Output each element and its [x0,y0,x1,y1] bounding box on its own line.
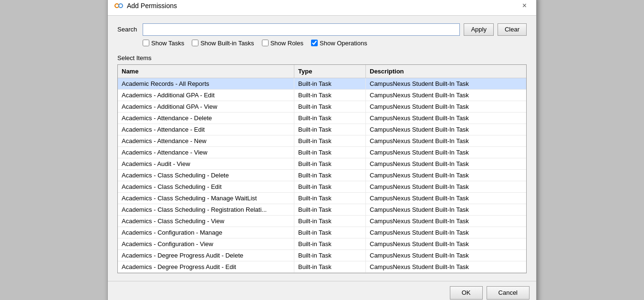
show-builtin-tasks-label: Show Built-in Tasks [200,40,254,47]
show-tasks-label: Show Tasks [151,40,184,47]
cell-name: Academics - Attendance - Edit [118,124,294,135]
cell-type: Built-in Task [294,124,366,135]
cancel-button[interactable]: Cancel [487,286,530,300]
cell-description: CampusNexus Student Built-In Task [366,250,526,261]
search-input[interactable] [143,23,460,36]
close-button[interactable]: × [519,1,530,10]
table-row[interactable]: Academic Records - All ReportsBuilt-in T… [118,78,526,90]
cell-type: Built-in Task [294,181,366,192]
column-type: Type [294,65,366,78]
table-row[interactable]: Academics - Additional GPA - ViewBuilt-i… [118,101,526,113]
table-row[interactable]: Academics - Class Scheduling - EditBuilt… [118,181,526,193]
cell-type: Built-in Task [294,193,366,204]
cell-type: Built-in Task [294,261,366,272]
cell-type: Built-in Task [294,147,366,158]
cell-name: Academics - Attendance - New [118,135,294,146]
show-roles-label: Show Roles [270,40,303,47]
cell-description: CampusNexus Student Built-In Task [366,135,526,146]
cell-description: CampusNexus Student Built-In Task [366,227,526,238]
table-body: Academic Records - All ReportsBuilt-in T… [118,78,526,273]
cell-type: Built-in Task [294,204,366,215]
permissions-table: Name Type Description Academic Records -… [117,64,527,273]
apply-button[interactable]: Apply [464,23,494,36]
cell-name: Academics - Configuration - Manage [118,227,294,238]
cell-name: Academics - Degree Progress Audit - Edit [118,261,294,272]
show-roles-input[interactable] [262,40,269,46]
cell-name: Academics - Class Scheduling - View [118,216,294,227]
table-row[interactable]: Academics - Class Scheduling - DeleteBui… [118,170,526,181]
cell-type: Built-in Task [294,135,366,146]
dialog-title: Add Permissions [127,2,177,10]
cell-description: CampusNexus Student Built-In Task [366,124,526,135]
cell-description: CampusNexus Student Built-In Task [366,238,526,249]
svg-point-0 [115,4,119,8]
show-operations-label: Show Operations [320,40,367,47]
cell-name: Academics - Class Scheduling - Delete [118,170,294,181]
search-row: Search Apply Clear [117,23,527,36]
cell-description: CampusNexus Student Built-In Task [366,113,526,124]
table-row[interactable]: Academics - Attendance - DeleteBuilt-in … [118,113,526,124]
cell-name: Academics - Additional GPA - View [118,101,294,112]
add-permissions-dialog: Add Permissions × Search Apply Clear Sho… [107,0,537,300]
table-row[interactable]: Academics - Attendance - NewBuilt-in Tas… [118,135,526,147]
search-label: Search [117,26,139,33]
table-header: Name Type Description [118,65,526,78]
table-row[interactable]: Academics - Attendance - ViewBuilt-in Ta… [118,147,526,158]
column-description: Description [366,65,526,78]
show-roles-checkbox[interactable]: Show Roles [262,40,303,47]
show-operations-checkbox[interactable]: Show Operations [311,40,367,47]
table-row[interactable]: Academics - Class Scheduling - Manage Wa… [118,193,526,204]
table-row[interactable]: Academics - Degree Progress Audit - Dele… [118,250,526,261]
cell-name: Academics - Configuration - View [118,238,294,249]
cell-name: Academics - Class Scheduling - Registrat… [118,204,294,215]
cell-type: Built-in Task [294,250,366,261]
table-row[interactable]: Academics - Class Scheduling - Registrat… [118,204,526,216]
cell-type: Built-in Task [294,170,366,181]
cell-description: CampusNexus Student Built-In Task [366,170,526,181]
show-tasks-input[interactable] [143,40,149,46]
show-tasks-checkbox[interactable]: Show Tasks [143,40,184,47]
table-row[interactable]: Academics - Class Scheduling - ViewBuilt… [118,216,526,227]
cell-type: Built-in Task [294,90,366,101]
cell-type: Built-in Task [294,238,366,249]
cell-type: Built-in Task [294,113,366,124]
cell-name: Academics - Class Scheduling - Edit [118,181,294,192]
cell-name: Academics - Attendance - Delete [118,113,294,124]
table-row[interactable]: Academics - Attendance - EditBuilt-in Ta… [118,124,526,135]
cell-description: CampusNexus Student Built-In Task [366,78,526,89]
cell-name: Academics - Additional GPA - Edit [118,90,294,101]
app-icon [114,1,123,10]
cell-name: Academic Records - All Reports [118,78,294,89]
select-items-label: Select Items [117,54,527,62]
cell-name: Academics - Class Scheduling - Manage Wa… [118,193,294,204]
title-bar: Add Permissions × [108,0,536,16]
cell-type: Built-in Task [294,101,366,112]
table-row[interactable]: Academics - Configuration - ManageBuilt-… [118,227,526,238]
ok-button[interactable]: OK [450,286,483,300]
title-bar-left: Add Permissions [114,1,177,10]
cell-name: Academics - Audit - View [118,158,294,169]
dialog-body: Search Apply Clear Show Tasks Show Built… [108,16,536,281]
show-builtin-tasks-input[interactable] [192,40,198,46]
show-operations-input[interactable] [311,40,318,46]
table-row[interactable]: Academics - Configuration - ViewBuilt-in… [118,238,526,250]
svg-point-1 [119,4,123,8]
cell-description: CampusNexus Student Built-In Task [366,193,526,204]
cell-type: Built-in Task [294,227,366,238]
cell-description: CampusNexus Student Built-In Task [366,216,526,227]
column-name: Name [118,65,294,78]
cell-type: Built-in Task [294,216,366,227]
cell-description: CampusNexus Student Built-In Task [366,181,526,192]
table-row[interactable]: Academics - Additional GPA - EditBuilt-i… [118,90,526,101]
cell-description: CampusNexus Student Built-In Task [366,101,526,112]
show-builtin-tasks-checkbox[interactable]: Show Built-in Tasks [192,40,254,47]
cell-description: CampusNexus Student Built-In Task [366,261,526,272]
table-row[interactable]: Academics - Degree Progress Audit - Edit… [118,261,526,273]
cell-name: Academics - Degree Progress Audit - Dele… [118,250,294,261]
clear-button[interactable]: Clear [498,23,527,36]
cell-type: Built-in Task [294,78,366,89]
table-row[interactable]: Academics - Audit - ViewBuilt-in TaskCam… [118,158,526,170]
cell-description: CampusNexus Student Built-In Task [366,158,526,169]
cell-description: CampusNexus Student Built-In Task [366,204,526,215]
cell-type: Built-in Task [294,158,366,169]
